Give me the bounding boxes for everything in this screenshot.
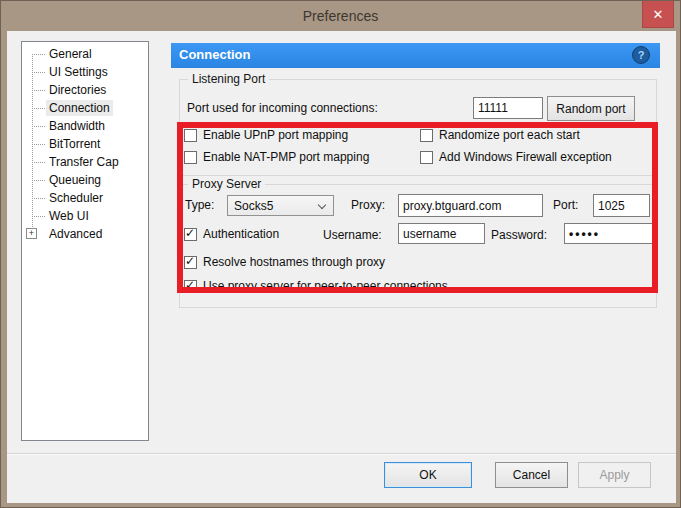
chevron-down-icon: [318, 201, 326, 209]
preferences-window: Preferences ✕ General UI Settings Direct…: [0, 0, 681, 508]
sidebar-item-general[interactable]: General: [22, 45, 148, 63]
resolve-hostnames-checkbox-row: ✓ Resolve hostnames through proxy: [184, 254, 385, 270]
tree-stub: [32, 72, 45, 73]
password-input[interactable]: [564, 223, 655, 244]
page-title: Connection: [179, 47, 251, 62]
sidebar-item-label: Scheduler: [46, 190, 106, 206]
username-label: Username:: [323, 228, 382, 242]
firewall-exception-label: Add Windows Firewall exception: [439, 150, 612, 164]
sidebar-item-bandwidth[interactable]: Bandwidth: [22, 117, 148, 135]
apply-button[interactable]: Apply: [578, 462, 651, 488]
authentication-checkbox[interactable]: ✓: [184, 228, 197, 241]
sidebar-item-directories[interactable]: Directories: [22, 81, 148, 99]
upnp-checkbox[interactable]: [184, 129, 197, 142]
natpmp-checkbox[interactable]: [184, 151, 197, 164]
natpmp-checkbox-row: Enable NAT-PMP port mapping: [184, 149, 369, 165]
incoming-port-input[interactable]: [473, 97, 543, 119]
randomize-port-checkbox[interactable]: [420, 129, 433, 142]
close-button[interactable]: ✕: [642, 1, 674, 28]
peer-proxy-checkbox[interactable]: ✓: [184, 280, 197, 293]
sidebar-item-bittorrent[interactable]: BitTorrent: [22, 135, 148, 153]
upnp-checkbox-row: Enable UPnP port mapping: [184, 127, 348, 143]
tree-stub: [32, 144, 45, 145]
firewall-checkbox-row: Add Windows Firewall exception: [420, 149, 612, 165]
sidebar-item-advanced[interactable]: +Advanced: [22, 225, 148, 243]
proxy-type-select[interactable]: Socks5: [227, 195, 334, 216]
proxy-port-label: Port:: [553, 198, 578, 212]
check-icon: ✓: [185, 226, 195, 240]
proxy-type-label: Type:: [185, 198, 214, 212]
authentication-checkbox-row: ✓ Authentication: [184, 226, 279, 242]
peer-proxy-checkbox-row: ✓ Use proxy server for peer-to-peer conn…: [184, 278, 448, 294]
tree-stub: [32, 180, 45, 181]
proxy-host-input[interactable]: [398, 194, 543, 217]
window-title: Preferences: [1, 8, 680, 24]
sidebar-item-web-ui[interactable]: Web UI: [22, 207, 148, 225]
ok-button[interactable]: OK: [384, 462, 472, 488]
password-label: Password:: [491, 228, 547, 242]
page-header: Connection ?: [171, 43, 660, 68]
firewall-exception-checkbox[interactable]: [420, 151, 433, 164]
proxy-host-label: Proxy:: [351, 198, 385, 212]
resolve-hostnames-checkbox[interactable]: ✓: [184, 256, 197, 269]
random-port-button[interactable]: Random port: [547, 96, 635, 121]
tree-stub: [32, 108, 45, 109]
tree-stub: [32, 54, 45, 55]
group-label: Listening Port: [188, 72, 269, 86]
proxy-port-input[interactable]: [593, 194, 650, 217]
footer-separator: [7, 453, 676, 455]
resolve-hostnames-label: Resolve hostnames through proxy: [203, 255, 385, 269]
cancel-button[interactable]: Cancel: [495, 462, 568, 488]
proxy-type-value: Socks5: [234, 199, 273, 213]
peer-proxy-label: Use proxy server for peer-to-peer connec…: [203, 279, 448, 293]
tree-stub: [32, 216, 45, 217]
sidebar-item-ui-settings[interactable]: UI Settings: [22, 63, 148, 81]
randomize-checkbox-row: Randomize port each start: [420, 127, 580, 143]
sidebar-item-scheduler[interactable]: Scheduler: [22, 189, 148, 207]
close-icon: ✕: [653, 7, 664, 22]
randomize-port-label: Randomize port each start: [439, 128, 580, 142]
sidebar-item-connection[interactable]: Connection: [22, 99, 148, 117]
authentication-label: Authentication: [203, 227, 279, 241]
sidebar-item-label: Transfer Cap: [46, 154, 122, 170]
upnp-label: Enable UPnP port mapping: [203, 128, 348, 142]
check-icon: ✓: [185, 254, 195, 268]
sidebar-item-label: Bandwidth: [46, 118, 108, 134]
sidebar-item-transfer-cap[interactable]: Transfer Cap: [22, 153, 148, 171]
dialog-body: General UI Settings Directories Connecti…: [7, 31, 676, 503]
tree-stub: [32, 90, 45, 91]
expand-plus-icon[interactable]: +: [26, 228, 37, 239]
tree-stub: [32, 162, 45, 163]
sidebar-item-label: BitTorrent: [46, 136, 103, 152]
tree-stub: [32, 126, 45, 127]
natpmp-label: Enable NAT-PMP port mapping: [203, 150, 369, 164]
sidebar-item-queueing[interactable]: Queueing: [22, 171, 148, 189]
sidebar-item-label: UI Settings: [46, 64, 111, 80]
question-mark: ?: [638, 49, 645, 61]
sidebar-item-label: Directories: [46, 82, 109, 98]
titlebar[interactable]: Preferences ✕: [1, 1, 680, 31]
sidebar-item-label: Web UI: [46, 208, 92, 224]
sidebar-item-label: Queueing: [46, 172, 104, 188]
group-label: Proxy Server: [188, 177, 265, 191]
sidebar-item-label: Advanced: [46, 226, 105, 242]
help-icon[interactable]: ?: [632, 46, 650, 64]
username-input[interactable]: [398, 223, 485, 244]
check-icon: ✓: [185, 278, 195, 292]
incoming-port-label: Port used for incoming connections:: [187, 101, 378, 115]
sidebar-item-label: General: [46, 46, 95, 62]
settings-tree: General UI Settings Directories Connecti…: [21, 41, 149, 441]
tree-stub: [32, 198, 45, 199]
sidebar-item-label-selected: Connection: [46, 100, 113, 116]
